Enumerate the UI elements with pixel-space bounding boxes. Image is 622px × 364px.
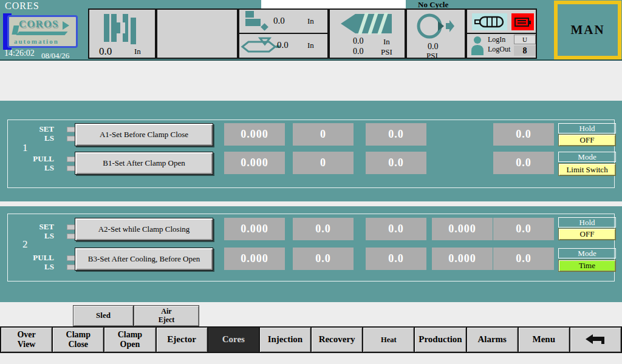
user-icon	[471, 36, 485, 56]
nav-alarms[interactable]: Alarms	[466, 326, 519, 353]
air-cylinder-icon	[474, 15, 505, 29]
pull-label: PULL	[16, 154, 54, 164]
pres-field[interactable]: 0.0	[366, 152, 426, 174]
ejector-sled-panel: 0.0 In 0.0 In	[238, 8, 329, 59]
date-display: 08/04/26	[41, 51, 69, 61]
group1-set-line: SET	[16, 124, 80, 134]
vel-field[interactable]: 0	[293, 123, 354, 146]
nav-ejector[interactable]: Ejector	[156, 326, 208, 353]
pull-label: PULL	[16, 253, 54, 263]
ls-label: LS	[16, 163, 54, 173]
set-label: SET	[16, 222, 54, 232]
nav-over-view[interactable]: Over View	[0, 326, 53, 353]
pres-field[interactable]: 0.0	[366, 218, 426, 240]
hold-toggle[interactable]: OFF	[558, 134, 616, 146]
logout-label[interactable]: LogOut	[488, 45, 510, 54]
screw-pressure-unit: PSI	[381, 47, 392, 57]
heater-alarm-icon	[514, 16, 532, 28]
cycle-pressure-icon	[415, 12, 457, 41]
screw-pressure-value: 0.0	[353, 47, 364, 56]
ejector-half: 0.0 In	[239, 10, 327, 34]
ls-label: LS	[16, 262, 54, 272]
sled-half: 0.0 In	[239, 34, 327, 58]
group1-pull-ls-line: LS	[16, 163, 80, 173]
nav-production[interactable]: Production	[414, 326, 466, 353]
delay-field[interactable]: 0.000	[224, 123, 285, 146]
login-half[interactable]: LogIn LogOut U 8	[467, 34, 536, 58]
sequence-button-b3[interactable]: B3-Set After Cooling, Before Open	[75, 248, 213, 271]
heater-alarm-indicator	[511, 13, 534, 30]
clamp-icon	[104, 13, 142, 44]
mode-toggle[interactable]: Limit Switch	[558, 163, 616, 176]
spare-panel	[156, 8, 238, 59]
group1-pull-line: PULL	[16, 154, 80, 164]
vel-field[interactable]: 0.0	[293, 248, 354, 270]
clamp-position-value: 0.0	[99, 46, 112, 58]
logo-swoosh	[16, 32, 67, 35]
air-cylinder-indicator	[472, 13, 507, 30]
mode-toggle[interactable]: Time	[558, 260, 616, 272]
hold-toggle[interactable]: OFF	[558, 228, 616, 240]
nav-clamp-open[interactable]: Clamp Open	[103, 326, 156, 353]
ejector-position-unit: In	[307, 16, 314, 26]
group2-set-line: SET	[16, 222, 80, 232]
core-group-1: SET LS 1 PULL LS A1-Set Before Clamp Clo…	[7, 120, 615, 188]
screw-position-value: 0.0	[353, 36, 364, 46]
pos-field[interactable]: 0.0	[493, 152, 554, 174]
nav-injection[interactable]: Injection	[259, 326, 312, 353]
nav-back-button[interactable]	[569, 326, 622, 353]
page-title: CORES	[5, 1, 39, 12]
pos-field[interactable]: 0.0	[493, 123, 554, 146]
hold-label: Hold	[558, 217, 616, 228]
time-field[interactable]: 0.000	[432, 248, 493, 270]
main-navigation: Over View Clamp Close Clamp Open Ejector…	[0, 326, 622, 353]
nav-menu[interactable]: Menu	[518, 326, 570, 353]
sequence-button-b1[interactable]: B1-Set After Clamp Open	[75, 152, 213, 175]
sequence-button-a1[interactable]: A1-Set Before Clamp Close	[75, 123, 213, 146]
user-field: U	[514, 35, 536, 44]
clamp-position-unit: In	[134, 47, 141, 56]
status-icons-half	[467, 10, 536, 34]
status-login-panel: LogIn LogOut U 8	[466, 8, 537, 59]
pres-field[interactable]: 0.0	[366, 123, 426, 146]
time-field[interactable]: 0.000	[432, 218, 493, 240]
vel-field[interactable]: 0	[293, 152, 354, 174]
tab-air-eject[interactable]: Air Eject	[134, 305, 199, 326]
pres-field[interactable]: 0.0	[366, 248, 426, 270]
set-label: SET	[16, 124, 54, 134]
mode-label: Mode	[558, 248, 616, 258]
clock: 14:26:02 08/04/26	[4, 49, 35, 58]
ejector-icon	[244, 11, 271, 33]
time-display: 14:26:02	[4, 49, 35, 58]
group-number: 1	[22, 142, 28, 154]
message-strip	[261, 0, 406, 9]
vel-field[interactable]: 0.0	[293, 218, 354, 240]
logo-box: COROS automation	[7, 15, 78, 48]
nav-recovery[interactable]: Recovery	[310, 326, 363, 353]
nav-heat[interactable]: Heat	[362, 326, 415, 353]
machine-mode-button[interactable]: MAN	[554, 1, 621, 59]
back-arrow-icon	[584, 334, 606, 346]
pos-field[interactable]: 0.0	[493, 218, 554, 240]
user-level: 8	[514, 46, 536, 56]
mode-label: Mode	[558, 152, 616, 162]
tab-sled[interactable]: Sled	[73, 305, 134, 326]
delay-field[interactable]: 0.000	[224, 152, 285, 174]
pos-field[interactable]: 0.0	[493, 248, 554, 270]
delay-field[interactable]: 0.000	[224, 218, 285, 240]
screw-panel: 0.0 In 0.0 PSI	[329, 8, 406, 59]
delay-field[interactable]: 0.000	[224, 248, 285, 270]
nav-cores[interactable]: Cores	[207, 326, 260, 353]
sequence-button-a2[interactable]: A2-Set while Clamp Closing	[75, 218, 213, 241]
status-header: CORES No Cycle COROS automation 14:26:02…	[0, 0, 622, 61]
logo-brand: COROS	[19, 18, 58, 30]
system-pressure-unit: PSI	[426, 51, 438, 61]
nav-clamp-close[interactable]: Clamp Close	[52, 326, 104, 353]
sled-position-unit: In	[307, 41, 314, 50]
cores-screen: CORES No Cycle COROS automation 14:26:02…	[0, 0, 622, 364]
login-label[interactable]: LogIn	[488, 35, 505, 44]
core-group-2: SET LS 2 PULL LS A2-Set while Clamp Clos…	[7, 214, 615, 281]
screw-position-unit: In	[383, 37, 390, 47]
coros-logo: COROS automation	[3, 13, 81, 50]
group-number: 2	[22, 238, 28, 251]
